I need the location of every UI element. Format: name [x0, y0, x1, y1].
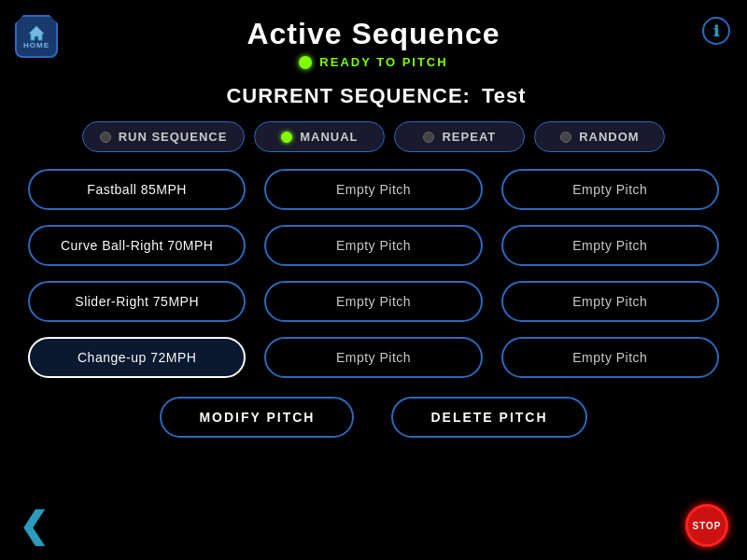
pitch-button-p11[interactable]: Empty Pitch [264, 337, 482, 378]
pitch-button-p3[interactable]: Empty Pitch [501, 169, 719, 210]
stop-button[interactable]: STOP [685, 504, 728, 547]
footer: ❮ STOP [0, 504, 747, 547]
page-title: Active Sequence [0, 17, 747, 51]
pitch-grid: Fastball 85MPHEmpty PitchEmpty PitchCurv… [19, 161, 728, 385]
random-button[interactable]: RANDOM [534, 121, 665, 152]
modify-pitch-button[interactable]: MODIFY PITCH [160, 397, 354, 438]
pitch-cell: Fastball 85MPH [19, 161, 255, 217]
manual-label: MANUAL [300, 130, 358, 144]
delete-pitch-button[interactable]: DELETE PITCH [391, 397, 586, 438]
pitch-button-p4[interactable]: Curve Ball-Right 70MPH [28, 225, 246, 266]
pitch-button-p8[interactable]: Empty Pitch [264, 281, 482, 322]
pitch-button-p9[interactable]: Empty Pitch [501, 281, 719, 322]
pitch-button-p2[interactable]: Empty Pitch [264, 169, 482, 210]
random-dot [560, 132, 571, 143]
pitch-button-p1[interactable]: Fastball 85MPH [28, 169, 246, 210]
status-indicator [299, 56, 312, 69]
pitch-cell: Empty Pitch [492, 217, 728, 273]
status-row: READY TO PITCH [0, 55, 747, 69]
mode-row: RUN SEQUENCE MANUAL REPEAT RANDOM [15, 121, 732, 152]
manual-dot [281, 132, 292, 143]
pitch-button-p10[interactable]: Change-up 72MPH [28, 337, 246, 378]
random-label: RANDOM [579, 130, 640, 144]
run-sequence-label: RUN SEQUENCE [119, 130, 228, 144]
pitch-cell: Change-up 72MPH [19, 329, 255, 385]
run-sequence-button[interactable]: RUN SEQUENCE [82, 121, 246, 152]
back-button[interactable]: ❮ [19, 505, 49, 546]
pitch-cell: Empty Pitch [492, 161, 728, 217]
pitch-cell: Empty Pitch [255, 217, 491, 273]
pitch-button-p5[interactable]: Empty Pitch [264, 225, 482, 266]
sequence-name: Test [482, 84, 527, 107]
run-sequence-dot [100, 132, 111, 143]
manual-button[interactable]: MANUAL [254, 121, 385, 152]
current-sequence-label: CURRENT SEQUENCE: Test [0, 84, 747, 108]
ready-status: READY TO PITCH [319, 55, 447, 69]
repeat-button[interactable]: REPEAT [394, 121, 525, 152]
pitch-cell: Slider-Right 75MPH [19, 273, 255, 329]
pitch-cell: Empty Pitch [255, 273, 491, 329]
pitch-cell: Empty Pitch [492, 273, 728, 329]
repeat-dot [423, 132, 434, 143]
pitch-cell: Curve Ball-Right 70MPH [19, 217, 255, 273]
pitch-cell: Empty Pitch [255, 161, 491, 217]
pitch-cell: Empty Pitch [492, 329, 728, 385]
pitch-cell: Empty Pitch [255, 329, 491, 385]
pitch-button-p6[interactable]: Empty Pitch [501, 225, 719, 266]
repeat-label: REPEAT [442, 130, 496, 144]
header: Active Sequence READY TO PITCH [0, 0, 747, 75]
action-row: MODIFY PITCH DELETE PITCH [0, 397, 747, 438]
pitch-button-p12[interactable]: Empty Pitch [501, 337, 719, 378]
stop-label: STOP [692, 521, 721, 531]
pitch-button-p7[interactable]: Slider-Right 75MPH [28, 281, 246, 322]
